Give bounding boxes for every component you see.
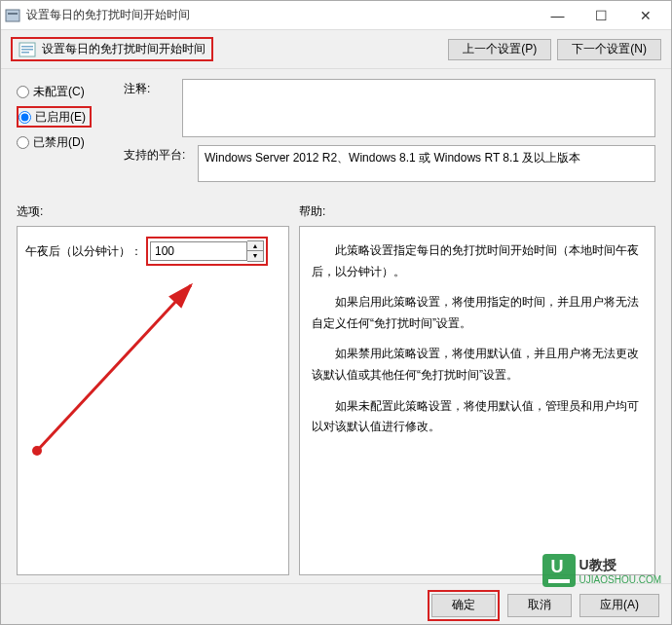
platform-row: 支持的平台: Windows Server 2012 R2、Windows 8.…	[124, 145, 655, 182]
ok-highlight: 确定	[428, 590, 500, 621]
svg-rect-0	[6, 10, 19, 21]
help-panel[interactable]: 此策略设置指定每日的免打扰时间开始时间（本地时间午夜后，以分钟计）。 如果启用此…	[299, 226, 655, 575]
window-title: 设置每日的免打扰时间开始时间	[26, 7, 536, 23]
options-panel: 午夜后（以分钟计）： ▲ ▼	[17, 226, 289, 575]
footer: 确定 取消 应用(A)	[1, 583, 671, 625]
setting-title: 设置每日的免打扰时间开始时间	[42, 41, 205, 57]
comment-row: 注释:	[124, 79, 655, 137]
radio-not-configured-input[interactable]	[17, 86, 29, 98]
section-labels: 选项: 帮助:	[17, 203, 655, 220]
cancel-button[interactable]: 取消	[507, 594, 572, 617]
minutes-input[interactable]	[150, 241, 247, 261]
apply-button[interactable]: 应用(A)	[579, 594, 659, 617]
ok-button[interactable]: 确定	[431, 594, 496, 617]
state-radios: 未配置(C) 已启用(E) 已禁用(D)	[17, 79, 124, 190]
spin-up-button[interactable]: ▲	[247, 241, 263, 251]
watermark-url: UJIAOSHOU.COM	[579, 574, 661, 585]
watermark-badge-icon	[542, 554, 576, 587]
main-panels: 午夜后（以分钟计）： ▲ ▼ 此策略设置指定每日的免打扰	[17, 226, 655, 575]
radio-enabled-label: 已启用(E)	[35, 109, 86, 126]
radio-disabled-input[interactable]	[17, 136, 29, 149]
svg-rect-5	[21, 52, 29, 54]
options-label: 选项:	[17, 203, 299, 220]
radio-disabled-label: 已禁用(D)	[33, 134, 85, 151]
watermark: U教授 UJIAOSHOU.COM	[542, 554, 661, 587]
app-icon	[5, 8, 20, 23]
header-row: 设置每日的免打扰时间开始时间 上一个设置(P) 下一个设置(N)	[1, 30, 671, 69]
svg-rect-4	[21, 49, 33, 51]
radio-enabled-input[interactable]	[19, 111, 31, 124]
help-paragraph: 如果未配置此策略设置，将使用默认值，管理员和用户均可以对该默认值进行修改。	[312, 396, 643, 438]
supported-platform-value: Windows Server 2012 R2、Windows 8.1 或 Win…	[198, 145, 655, 182]
svg-line-6	[37, 285, 191, 451]
radio-not-configured-label: 未配置(C)	[33, 84, 85, 100]
radio-enabled[interactable]: 已启用(E)	[19, 109, 86, 126]
spinner-buttons: ▲ ▼	[247, 240, 264, 262]
minutes-highlight: ▲ ▼	[146, 237, 268, 266]
radio-disabled[interactable]: 已禁用(D)	[17, 131, 124, 153]
meta-column: 注释: 支持的平台: Windows Server 2012 R2、Window…	[124, 79, 655, 190]
svg-point-7	[32, 446, 42, 456]
spin-down-button[interactable]: ▼	[247, 251, 263, 261]
close-button[interactable]: ✕	[623, 2, 667, 29]
minimize-button[interactable]: —	[536, 2, 579, 29]
annotation-arrow	[25, 276, 269, 470]
radio-not-configured[interactable]: 未配置(C)	[17, 81, 124, 102]
comment-label: 注释:	[124, 79, 178, 97]
svg-rect-1	[8, 13, 18, 15]
policy-icon	[19, 42, 36, 57]
maximize-button[interactable]: ☐	[579, 2, 623, 29]
minutes-label: 午夜后（以分钟计）：	[25, 243, 142, 260]
radio-enabled-highlight: 已启用(E)	[17, 106, 92, 128]
help-paragraph: 如果禁用此策略设置，将使用默认值，并且用户将无法更改该默认值或其他任何“免打扰时…	[312, 344, 643, 386]
top-section: 未配置(C) 已启用(E) 已禁用(D) 注释	[17, 79, 655, 190]
minutes-option-row: 午夜后（以分钟计）： ▲ ▼	[25, 237, 280, 266]
setting-title-highlight: 设置每日的免打扰时间开始时间	[11, 37, 213, 61]
next-setting-button[interactable]: 下一个设置(N)	[557, 39, 661, 60]
previous-setting-button[interactable]: 上一个设置(P)	[448, 39, 551, 60]
window-controls: — ☐ ✕	[536, 2, 667, 29]
watermark-text: U教授 UJIAOSHOU.COM	[579, 557, 661, 585]
dialog-body: 未配置(C) 已启用(E) 已禁用(D) 注释	[1, 69, 671, 583]
settings-dialog: 设置每日的免打扰时间开始时间 — ☐ ✕ 设置每日的免打扰时间开始时间 上一个设…	[0, 0, 672, 625]
title-bar: 设置每日的免打扰时间开始时间 — ☐ ✕	[1, 1, 671, 30]
comment-field[interactable]	[182, 79, 655, 137]
help-paragraph: 此策略设置指定每日的免打扰时间开始时间（本地时间午夜后，以分钟计）。	[312, 240, 643, 282]
watermark-brand: U教授	[579, 557, 661, 574]
svg-rect-3	[21, 46, 33, 48]
help-label: 帮助:	[299, 203, 655, 220]
platform-label: 支持的平台:	[124, 145, 194, 164]
help-paragraph: 如果启用此策略设置，将使用指定的时间，并且用户将无法自定义任何“免打扰时间”设置…	[312, 292, 643, 334]
